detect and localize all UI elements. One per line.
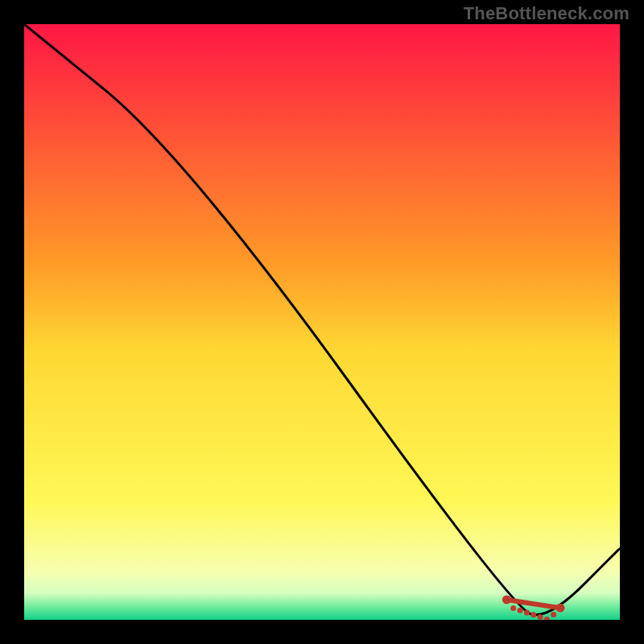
gradient-background	[24, 24, 620, 620]
optimal-marker-dot	[530, 612, 536, 617]
chart-container: TheBottleneck.com	[0, 0, 644, 644]
chart-svg	[24, 24, 620, 620]
optimal-marker-dot	[502, 595, 511, 604]
optimal-marker-dot	[538, 614, 543, 620]
optimal-marker-dot	[524, 610, 530, 616]
plot-area	[24, 24, 620, 620]
optimal-marker-dot	[518, 608, 523, 613]
optimal-marker-dot	[551, 612, 556, 617]
optimal-marker-dot	[556, 604, 565, 613]
watermark-text: TheBottleneck.com	[464, 3, 630, 24]
optimal-marker-dot	[510, 605, 516, 611]
